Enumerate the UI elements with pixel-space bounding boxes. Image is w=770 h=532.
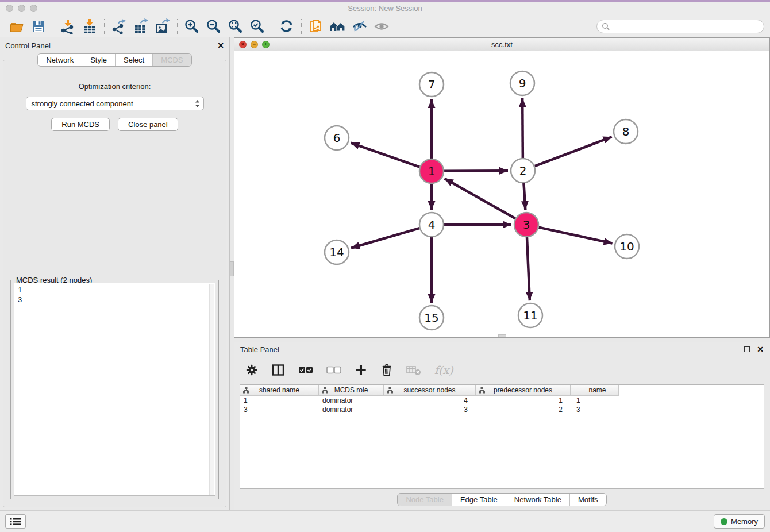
- network-graph[interactable]: 7968124314101511: [234, 51, 769, 338]
- table-toolbar: f(x): [234, 357, 770, 383]
- graph-edge-3-11[interactable]: [527, 237, 530, 300]
- houses-icon: [329, 18, 346, 34]
- graph-edge-2-8[interactable]: [535, 137, 612, 166]
- delete-table-icon: [406, 364, 421, 376]
- graph-node-9[interactable]: 9: [510, 71, 534, 95]
- column-header-predecessor-nodes[interactable]: predecessor nodes: [476, 385, 571, 396]
- status-bar: Memory: [0, 510, 770, 532]
- graph-edge-2-9[interactable]: [522, 98, 523, 158]
- graph-node-8[interactable]: 8: [614, 119, 638, 144]
- import-table-button[interactable]: [79, 17, 101, 36]
- tab-node-table[interactable]: Node Table: [398, 494, 452, 506]
- delete-column-button[interactable]: [380, 364, 393, 376]
- export-image-button[interactable]: [152, 17, 174, 36]
- float-panel-icon[interactable]: [205, 43, 210, 48]
- split-columns-icon: [271, 363, 285, 377]
- graph-node-label: 7: [428, 78, 436, 91]
- criterion-dropdown[interactable]: strongly connected component: [26, 97, 204, 110]
- first-neighbors-button[interactable]: [327, 17, 349, 36]
- close-table-panel-icon[interactable]: ✕: [757, 345, 764, 353]
- column-header-successor-nodes[interactable]: successor nodes: [384, 385, 476, 396]
- graph-node-4[interactable]: 4: [419, 213, 444, 237]
- result-scrollbar[interactable]: [209, 284, 214, 495]
- tab-mcds[interactable]: MCDS: [152, 54, 191, 66]
- table-row[interactable]: 3 dominator 3 2 3: [240, 405, 764, 414]
- float-table-panel-icon[interactable]: [744, 346, 750, 352]
- export-network-button[interactable]: [108, 17, 130, 36]
- graph-edge-3-10[interactable]: [538, 228, 612, 244]
- graph-node-1[interactable]: 1: [419, 159, 444, 183]
- clone-network-icon: [308, 18, 324, 34]
- tab-network-table[interactable]: Network Table: [506, 494, 569, 506]
- deselect-all-button[interactable]: [326, 366, 341, 374]
- graph-edge-1-6[interactable]: [351, 143, 420, 167]
- run-mcds-button[interactable]: Run MCDS: [51, 118, 110, 131]
- cell-successor-nodes[interactable]: 3: [384, 406, 476, 414]
- splitter-handle[interactable]: [230, 261, 234, 276]
- graph-edge-1-2[interactable]: [444, 171, 508, 171]
- save-session-button[interactable]: [28, 17, 49, 36]
- open-session-button[interactable]: [6, 17, 28, 36]
- apply-layout-button[interactable]: [276, 17, 298, 36]
- graph-edge-4-14[interactable]: [351, 228, 419, 248]
- function-builder-button[interactable]: f(x): [434, 364, 453, 376]
- tab-motifs[interactable]: Motifs: [569, 494, 606, 506]
- graph-node-3[interactable]: 3: [514, 213, 538, 237]
- select-all-button[interactable]: [298, 366, 313, 374]
- tab-edge-table[interactable]: Edge Table: [452, 494, 506, 506]
- window-title: Session: New Session: [0, 4, 770, 13]
- cell-shared-name[interactable]: 3: [240, 406, 319, 414]
- close-panel-button[interactable]: Close panel: [118, 118, 178, 131]
- cell-predecessor-nodes[interactable]: 2: [476, 406, 571, 414]
- cell-mcds-role[interactable]: dominator: [319, 406, 384, 414]
- graph-node-15[interactable]: 15: [419, 306, 444, 330]
- hide-selected-button[interactable]: [349, 17, 371, 36]
- cell-predecessor-nodes[interactable]: 1: [476, 396, 571, 404]
- cell-name[interactable]: 3: [571, 406, 619, 414]
- cell-successor-nodes[interactable]: 4: [384, 396, 476, 404]
- zoom-out-button[interactable]: [203, 17, 225, 36]
- memory-button[interactable]: Memory: [714, 514, 765, 529]
- cell-shared-name[interactable]: 1: [240, 396, 319, 404]
- panel-splitter[interactable]: [230, 37, 234, 510]
- show-columns-button[interactable]: [271, 363, 285, 377]
- mcds-result-list[interactable]: 1 3: [14, 283, 215, 496]
- zoom-selected-button[interactable]: [247, 17, 268, 36]
- add-column-button[interactable]: [355, 364, 367, 376]
- tab-network[interactable]: Network: [38, 54, 82, 66]
- automation-panel-button[interactable]: [5, 514, 26, 529]
- zoom-in-button[interactable]: [181, 17, 203, 36]
- delete-table-button[interactable]: [406, 364, 421, 376]
- table-header-row: shared name MCDS role successor nodes: [240, 385, 764, 396]
- clone-network-button[interactable]: [305, 17, 327, 36]
- cell-name[interactable]: 1: [571, 396, 619, 404]
- table-settings-button[interactable]: [245, 364, 258, 376]
- column-header-mcds-role[interactable]: MCDS role: [319, 385, 384, 396]
- cell-mcds-role[interactable]: dominator: [319, 396, 384, 404]
- graph-node-14[interactable]: 14: [325, 240, 349, 264]
- graph-node-7[interactable]: 7: [419, 72, 444, 97]
- task-list-icon: [10, 518, 21, 526]
- export-table-button[interactable]: [130, 17, 152, 36]
- import-network-button[interactable]: [57, 17, 79, 36]
- graph-node-10[interactable]: 10: [615, 234, 639, 259]
- tab-select[interactable]: Select: [115, 54, 152, 66]
- table-row[interactable]: 1 dominator 4 1 1: [240, 396, 764, 405]
- workspace: scc.txt ✕ − + 7968124314101511 Table Pan…: [234, 37, 770, 510]
- network-canvas[interactable]: 7968124314101511: [234, 51, 769, 337]
- graph-node-6[interactable]: 6: [325, 126, 349, 150]
- control-panel: Control Panel ✕ Network Style Select MCD…: [0, 37, 230, 510]
- search-input[interactable]: [613, 22, 759, 31]
- graph-node-11[interactable]: 11: [518, 303, 542, 327]
- export-network-icon: [111, 18, 127, 34]
- column-header-name[interactable]: name: [571, 385, 619, 396]
- show-all-button[interactable]: [371, 17, 392, 36]
- zoom-fit-button[interactable]: [225, 17, 247, 36]
- column-header-shared-name[interactable]: shared name: [240, 385, 319, 396]
- tab-style[interactable]: Style: [82, 54, 115, 66]
- graph-node-2[interactable]: 2: [511, 159, 535, 183]
- graph-edge-2-3[interactable]: [523, 183, 525, 210]
- graph-edge-3-1[interactable]: [445, 179, 515, 218]
- canvas-resize-handle[interactable]: [498, 334, 506, 337]
- close-panel-icon[interactable]: ✕: [217, 41, 224, 49]
